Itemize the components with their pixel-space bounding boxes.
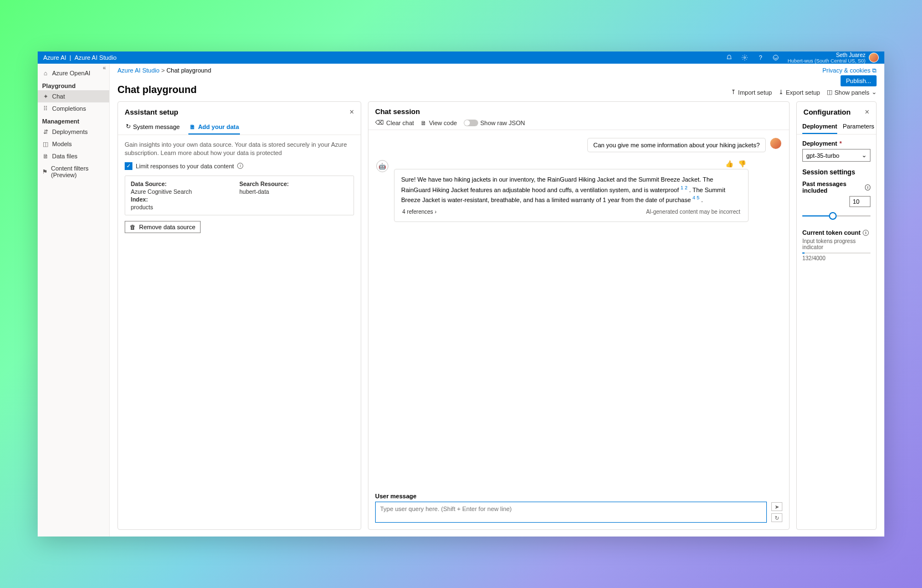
page-title: Chat playground <box>117 84 197 96</box>
completions-icon: ⠿ <box>42 105 49 112</box>
data-icon: 🗎 <box>189 123 196 130</box>
models-icon: ◫ <box>42 141 49 147</box>
panels-icon: ◫ <box>827 89 832 96</box>
deployment-value: gpt-35-turbo <box>806 152 839 159</box>
sidebar-item-azure-openai[interactable]: ⌂ Azure OpenAI <box>38 67 109 79</box>
help-icon[interactable]: ? <box>756 54 764 61</box>
bot-avatar-icon: 🤖 <box>376 160 388 172</box>
filter-icon: ⚑ <box>42 168 48 175</box>
sidebar-collapse-icon[interactable]: « <box>103 65 106 71</box>
breadcrumb-current: Chat playground <box>166 67 211 74</box>
sidebar-item-label: Deployments <box>52 128 88 135</box>
citation-ref[interactable]: 1 2 <box>680 185 688 190</box>
limit-responses-checkbox[interactable]: ✓ <box>125 162 132 170</box>
breadcrumb-root[interactable]: Azure AI Studio <box>117 67 160 74</box>
code-icon: 🗎 <box>421 120 427 126</box>
sidebar: « ⌂ Azure OpenAI Playground ✦ Chat ⠿ Com… <box>38 64 110 537</box>
token-count-label: Current token count <box>802 229 860 236</box>
view-code-button[interactable]: 🗎View code <box>421 120 457 126</box>
tab-parameters[interactable]: Parameters <box>843 120 874 134</box>
limit-responses-label: Limit responses to your data content <box>136 163 234 169</box>
sidebar-item-models[interactable]: ◫ Models <box>38 138 109 150</box>
past-messages-input[interactable] <box>849 196 870 207</box>
chat-icon: ✦ <box>42 93 49 100</box>
toggle-switch <box>464 120 478 126</box>
ai-disclaimer: AI-generated content may be incorrect <box>646 208 740 216</box>
export-icon: ⤓ <box>778 89 783 96</box>
show-panels-button[interactable]: ◫Show panels ⌄ <box>827 89 877 96</box>
citation-ref[interactable]: 4 5 <box>693 195 700 200</box>
deployment-select[interactable]: gpt-35-turbo ⌄ <box>802 149 870 162</box>
assistant-setup-title: Assistant setup <box>125 108 178 116</box>
thumbs-up-icon[interactable]: 👍 <box>725 160 734 168</box>
past-messages-slider[interactable] <box>802 210 870 221</box>
chevron-down-icon: ⌄ <box>872 89 877 96</box>
info-icon[interactable]: i <box>865 184 870 190</box>
user-subscription: Hubert-wus (South Central US, S0) <box>787 58 865 64</box>
sidebar-item-chat[interactable]: ✦ Chat <box>38 90 109 102</box>
data-source-value: Azure Cognitive Search <box>131 188 239 195</box>
chat-messages-area: Can you give me some information about y… <box>368 130 789 489</box>
sidebar-item-label: Chat <box>52 93 65 100</box>
clear-chat-button[interactable]: ⌫Clear chat <box>375 119 414 126</box>
data-source-label: Data Source: <box>131 180 167 187</box>
sidebar-section-management: Management <box>38 115 109 126</box>
broom-icon: ⌫ <box>375 119 384 126</box>
user-name: Seth Juarez <box>836 52 865 58</box>
settings-icon[interactable] <box>741 54 749 61</box>
references-toggle[interactable]: 4 references › <box>402 208 437 216</box>
user-message-label: User message <box>375 493 782 499</box>
regenerate-button[interactable]: ↻ <box>771 513 782 522</box>
search-resource-value: hubert-data <box>239 188 348 195</box>
user-message: Can you give me some information about y… <box>587 138 766 152</box>
thumbs-down-icon[interactable]: 👎 <box>738 160 746 168</box>
topbar: Azure AI | Azure AI Studio ? Seth Juarez… <box>38 51 884 64</box>
info-icon[interactable]: i <box>863 230 869 236</box>
sidebar-item-data-files[interactable]: 🗎 Data files <box>38 150 109 162</box>
user-avatar <box>770 138 781 149</box>
chevron-right-icon: › <box>434 209 436 215</box>
deployment-label: Deployment <box>802 140 837 147</box>
trash-icon: 🗑 <box>130 224 136 230</box>
publish-button[interactable]: Publish... <box>841 75 877 86</box>
close-icon[interactable]: × <box>350 107 354 116</box>
data-source-box: Data Source: Search Resource: Azure Cogn… <box>125 176 354 215</box>
tab-add-your-data[interactable]: 🗎 Add your data <box>188 120 240 135</box>
export-setup-button[interactable]: ⤓Export setup <box>778 89 820 96</box>
chat-input[interactable] <box>375 502 767 523</box>
info-icon[interactable]: i <box>237 163 243 169</box>
svg-point-0 <box>744 57 746 59</box>
send-button[interactable]: ➤ <box>771 502 782 511</box>
sidebar-item-content-filters[interactable]: ⚑ Content filters (Preview) <box>38 162 109 181</box>
tab-system-message[interactable]: ↻ System message <box>125 120 181 135</box>
user-message-row: Can you give me some information about y… <box>376 138 781 152</box>
sidebar-item-label: Models <box>52 141 71 147</box>
sidebar-section-playground: Playground <box>38 79 109 90</box>
tab-deployment[interactable]: Deployment <box>802 120 837 134</box>
privacy-link[interactable]: Privacy & cookies ⧉ <box>822 67 877 74</box>
home-icon: ⌂ <box>42 70 49 76</box>
avatar <box>869 53 879 63</box>
bot-message: Sure! We have two hiking jackets in our … <box>394 169 749 222</box>
user-menu[interactable]: Seth Juarez Hubert-wus (South Central US… <box>787 52 879 64</box>
chat-session-panel: Chat session ⌫Clear chat 🗎View code Show… <box>368 101 790 530</box>
sidebar-item-deployments[interactable]: ⇵ Deployments <box>38 126 109 138</box>
search-resource-label: Search Resource: <box>239 180 289 187</box>
import-setup-button[interactable]: ⤒Import setup <box>731 89 772 96</box>
svg-point-1 <box>774 55 778 60</box>
brand-azure-ai: Azure AI <box>43 54 66 61</box>
bot-message-row: 🤖 👍 👎 Sure! We have two hiking jackets i… <box>376 160 781 222</box>
close-icon[interactable]: × <box>865 107 869 116</box>
remove-data-source-button[interactable]: 🗑 Remove data source <box>125 221 201 233</box>
sidebar-item-label: Completions <box>52 105 86 112</box>
brand-studio: Azure AI Studio <box>74 54 116 61</box>
feedback-icon[interactable] <box>772 54 780 61</box>
raw-json-toggle[interactable]: Show raw JSON <box>464 120 525 126</box>
sidebar-item-completions[interactable]: ⠿ Completions <box>38 102 109 115</box>
session-settings-title: Session settings <box>802 168 870 176</box>
sidebar-item-label: Azure OpenAI <box>52 70 90 76</box>
notifications-icon[interactable] <box>725 54 733 61</box>
data-hint-text: Gain insights into your own data source.… <box>125 141 354 158</box>
token-progress-label: Input tokens progress indicator <box>802 238 870 250</box>
refresh-icon: ↻ <box>126 123 131 130</box>
